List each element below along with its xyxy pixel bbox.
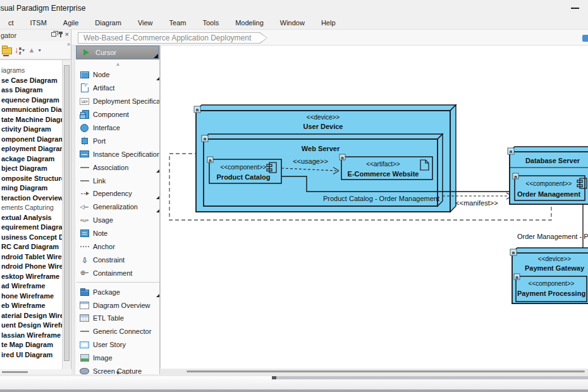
diagram-type-item[interactable]: eployment Diagram bbox=[0, 144, 63, 154]
diagram-type-item[interactable]: ndroid Phone Wireframe bbox=[0, 262, 63, 272]
minimize-button[interactable] bbox=[571, 8, 579, 9]
diagram-type-item[interactable]: ad Wireframe bbox=[0, 281, 63, 291]
diagram-canvas[interactable]: <<device>> User Device a Web Server a Pr… bbox=[160, 46, 588, 369]
palette-tool[interactable]: Usage bbox=[75, 214, 160, 227]
collapse-icon[interactable]: ▲ bbox=[28, 46, 35, 54]
open-folder-icon[interactable] bbox=[2, 47, 12, 54]
menu-item[interactable]: Help bbox=[313, 19, 344, 27]
palette-tool[interactable]: Port bbox=[75, 134, 160, 147]
palette-tool[interactable]: Dependency bbox=[75, 187, 160, 200]
palette-tool[interactable]: Deployment Specification bbox=[75, 95, 160, 108]
diagram-type-item[interactable]: omponent Diagram bbox=[0, 135, 63, 145]
diagram-type-item[interactable]: ctivity Diagram bbox=[0, 125, 63, 135]
diagram-type-item[interactable]: se Case Diagram bbox=[0, 76, 63, 86]
tool-label: Generalization bbox=[93, 203, 138, 211]
float-panel-icon[interactable] bbox=[51, 32, 56, 37]
tool-cursor[interactable]: Cursor bbox=[76, 46, 159, 59]
diagram-type-item[interactable]: RC Card Diagram bbox=[0, 242, 63, 252]
diagram-type-item[interactable]: lassian Wireframe bbox=[0, 331, 63, 341]
palette-tool[interactable]: Association bbox=[75, 161, 160, 174]
instance-specification-icon bbox=[80, 150, 89, 159]
diagram-type-item[interactable]: bject Diagram bbox=[0, 164, 63, 174]
palette-tool[interactable]: Node bbox=[75, 68, 160, 82]
palette-tool[interactable]: Component bbox=[75, 108, 160, 121]
palette-tool[interactable]: Image bbox=[75, 352, 160, 365]
diagram-navigator-panel: gator × ↓az ▼ ▲ ▼ » iagramsse Case Diagr… bbox=[0, 30, 71, 374]
diagram-type-item[interactable]: uent Design Wireframe bbox=[0, 321, 63, 331]
palette-tool[interactable]: Anchor bbox=[75, 240, 160, 254]
diagram-tab[interactable]: Web-Based E-Commerce Application Deploym… bbox=[78, 32, 267, 44]
close-panel-icon[interactable]: × bbox=[65, 32, 69, 37]
menu-item[interactable]: View bbox=[130, 19, 161, 27]
sort-dropdown-icon[interactable]: ▼ bbox=[21, 48, 26, 52]
component-product-catalog[interactable]: <<component>> Product Catalog a bbox=[207, 157, 281, 183]
diagram-type-item[interactable]: ommunication Diagram bbox=[0, 105, 63, 115]
artifact-ecommerce-website[interactable]: <<artifact>> E-Commerce Website a bbox=[340, 154, 432, 180]
palette-tool[interactable]: Generic Connector bbox=[75, 325, 160, 338]
pin-panel-icon[interactable] bbox=[60, 32, 61, 37]
diagram-type-item[interactable]: iagrams bbox=[0, 66, 63, 76]
diagram-type-item[interactable]: extual Analysis bbox=[0, 213, 63, 223]
diagram-type-item[interactable]: ming Diagram bbox=[0, 183, 63, 193]
diagram-type-item[interactable]: ired UI Diagram bbox=[0, 350, 63, 360]
bottom-scroll-band[interactable] bbox=[272, 376, 588, 379]
palette-scroll-down[interactable]: ▼ bbox=[75, 370, 160, 374]
navigator-horizontal-scrollbar[interactable] bbox=[0, 369, 71, 374]
palette-tool[interactable]: User Story bbox=[75, 338, 160, 352]
diagram-type-item[interactable]: eb Wireframe bbox=[0, 301, 63, 311]
menu-item[interactable]: Modeling bbox=[227, 19, 272, 27]
connector-label: Order Management - Pa bbox=[517, 233, 588, 240]
tab-strip-icon[interactable] bbox=[582, 35, 588, 42]
diagram-type-item[interactable]: esktop Wireframe bbox=[0, 272, 63, 282]
diagram-type-item[interactable]: ass Diagram bbox=[0, 85, 63, 95]
diagram-type-item[interactable]: aterial Design Wireframe bbox=[0, 311, 63, 321]
navigator-vertical-scrollbar[interactable] bbox=[62, 59, 71, 369]
scrollbar-thumb[interactable] bbox=[2, 371, 28, 373]
palette-tool[interactable]: Note bbox=[75, 227, 160, 240]
tab-strip: Web-Based E-Commerce Application Deploym… bbox=[71, 30, 588, 46]
component-payment-processing[interactable]: <<component>> Payment Processing a bbox=[514, 274, 587, 302]
menu-item[interactable]: Diagram bbox=[87, 19, 130, 27]
diagram-type-item[interactable]: hone Wireframe bbox=[0, 291, 63, 302]
diagram-type-item[interactable]: equirement Diagram bbox=[0, 223, 63, 233]
sort-icon[interactable]: ↓az bbox=[15, 46, 19, 54]
toolbar-overflow-icon[interactable]: » bbox=[67, 41, 70, 47]
palette-tool[interactable]: Package bbox=[75, 285, 160, 298]
diagram-type-item[interactable]: equence Diagram bbox=[0, 95, 63, 106]
menu-item[interactable]: ITSM bbox=[22, 19, 55, 27]
palette-tool[interactable]: Constraint bbox=[75, 253, 160, 266]
palette-tool[interactable]: Diagram Overview bbox=[75, 298, 160, 312]
component-order-management[interactable]: <<component>> Order Management a bbox=[513, 173, 587, 200]
diagram-type-item[interactable]: ackage Diagram bbox=[0, 154, 63, 164]
model-badge: a bbox=[510, 149, 513, 154]
menu-item[interactable]: ct bbox=[0, 19, 22, 27]
collapse-dropdown-icon[interactable]: ▼ bbox=[37, 48, 42, 52]
palette-tool[interactable]: Interface bbox=[75, 121, 160, 135]
tool-label: Generic Connector bbox=[93, 328, 151, 335]
diagram-type-item[interactable]: ements Capturing bbox=[0, 203, 63, 213]
palette-tool[interactable]: Artifact bbox=[75, 82, 160, 95]
diagram-type-item[interactable]: tate Machine Diagram bbox=[0, 115, 63, 125]
palette-tool[interactable]: Generalization bbox=[75, 200, 160, 214]
palette-tool[interactable]: Containment bbox=[75, 266, 160, 279]
association-order-management-payment-processing[interactable]: Order Management - Pa bbox=[517, 200, 588, 251]
diagram-type-item[interactable]: usiness Concept Diagram bbox=[0, 233, 63, 243]
palette-tool[interactable]: ETL Table bbox=[75, 312, 160, 325]
palette-scroll-up[interactable]: ▲ bbox=[75, 60, 160, 68]
diagram-type-item[interactable]: te Map Diagram bbox=[0, 340, 63, 350]
menu-item[interactable]: Window bbox=[272, 19, 313, 27]
canvas-horizontal-scrollbar[interactable] bbox=[187, 371, 585, 372]
diagram-type-item[interactable]: teraction Overview Diagram bbox=[0, 193, 63, 204]
svg-text:User Device: User Device bbox=[303, 123, 343, 130]
svg-text:Order Management: Order Management bbox=[517, 190, 581, 198]
menu-item[interactable]: Agile bbox=[55, 19, 87, 27]
scrollbar-thumb[interactable] bbox=[64, 65, 70, 361]
menu-item[interactable]: Team bbox=[161, 19, 195, 27]
diagram-type-item[interactable]: omposite Structure Diagram bbox=[0, 174, 63, 184]
package-icon bbox=[80, 288, 89, 297]
palette-tool[interactable]: Link bbox=[75, 174, 160, 187]
diagram-type-item[interactable]: ndroid Tablet Wireframe bbox=[0, 252, 63, 262]
palette-tool[interactable]: Instance Specification bbox=[75, 147, 160, 161]
menu-item[interactable]: Tools bbox=[194, 19, 227, 27]
tool-label: Cursor bbox=[95, 49, 116, 56]
